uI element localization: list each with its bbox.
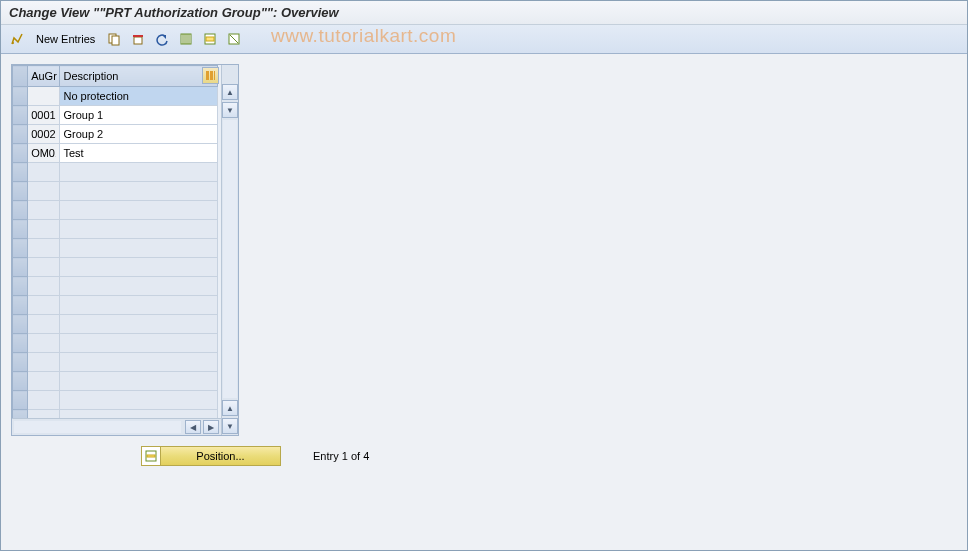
bottom-bar: Position... Entry 1 of 4: [11, 436, 957, 476]
cell-augr-empty[interactable]: [28, 258, 60, 277]
scroll-up-icon[interactable]: ▲: [222, 84, 238, 100]
cell-augr-empty[interactable]: [28, 372, 60, 391]
cell-augr[interactable]: [28, 125, 60, 144]
cell-description[interactable]: [60, 144, 218, 163]
svg-rect-7: [206, 37, 214, 41]
table-row-empty: [13, 334, 218, 353]
row-selector[interactable]: [13, 353, 28, 372]
select-block-icon[interactable]: [200, 29, 220, 49]
cell-description-empty[interactable]: [60, 201, 218, 220]
cell-augr-empty[interactable]: [28, 410, 60, 419]
cell-augr-empty[interactable]: [28, 163, 60, 182]
cell-augr-empty[interactable]: [28, 296, 60, 315]
cell-augr-empty[interactable]: [28, 353, 60, 372]
cell-augr-empty[interactable]: [28, 391, 60, 410]
cell-description-empty[interactable]: [60, 353, 218, 372]
description-input[interactable]: [60, 106, 217, 124]
cell-augr-empty[interactable]: [28, 334, 60, 353]
augr-input[interactable]: [28, 106, 59, 124]
undo-icon[interactable]: [152, 29, 172, 49]
configure-columns-icon[interactable]: [202, 67, 219, 84]
row-selector[interactable]: [13, 201, 28, 220]
cell-description-empty[interactable]: [60, 239, 218, 258]
cell-description-empty[interactable]: [60, 296, 218, 315]
row-selector[interactable]: [13, 315, 28, 334]
cell-description-empty[interactable]: [60, 182, 218, 201]
cell-augr[interactable]: [28, 144, 60, 163]
row-selector[interactable]: [13, 87, 28, 106]
select-all-icon[interactable]: [176, 29, 196, 49]
cell-description[interactable]: [60, 125, 218, 144]
row-selector[interactable]: [13, 220, 28, 239]
cell-description-empty[interactable]: [60, 315, 218, 334]
cell-augr-empty[interactable]: [28, 277, 60, 296]
cell-description-empty[interactable]: [60, 220, 218, 239]
svg-rect-14: [147, 455, 155, 457]
row-selector[interactable]: [13, 258, 28, 277]
new-entries-button[interactable]: New Entries: [31, 29, 100, 49]
augr-input[interactable]: [28, 125, 59, 143]
table-row-empty: [13, 391, 218, 410]
horizontal-scrollbar[interactable]: ◀ ▶: [12, 418, 221, 435]
cell-augr[interactable]: [28, 87, 60, 106]
vertical-scrollbar[interactable]: ▲ ▼ ▲ ▼: [221, 65, 238, 435]
cell-augr-empty[interactable]: [28, 182, 60, 201]
row-selector[interactable]: [13, 182, 28, 201]
delete-icon[interactable]: [128, 29, 148, 49]
table-row-empty: [13, 353, 218, 372]
scroll-down-icon[interactable]: ▼: [222, 102, 238, 118]
header-row: AuGr Description: [13, 66, 218, 87]
cell-augr-empty[interactable]: [28, 239, 60, 258]
description-input[interactable]: [60, 87, 217, 105]
svg-point-0: [12, 42, 14, 44]
cell-augr-empty[interactable]: [28, 220, 60, 239]
cell-description-empty[interactable]: [60, 372, 218, 391]
cell-augr-empty[interactable]: [28, 201, 60, 220]
position-button[interactable]: Position...: [141, 446, 281, 466]
content-area: AuGr Description ◀ ▶: [1, 54, 967, 550]
app-window: Change View ""PRT Authorization Group"":…: [0, 0, 968, 551]
scroll-up2-icon[interactable]: ▲: [222, 400, 238, 416]
row-selector[interactable]: [13, 391, 28, 410]
cell-augr-empty[interactable]: [28, 315, 60, 334]
scroll-down2-icon[interactable]: ▼: [222, 418, 238, 434]
table-row-empty: [13, 315, 218, 334]
row-selector[interactable]: [13, 410, 28, 419]
cell-description[interactable]: [60, 106, 218, 125]
select-all-header[interactable]: [13, 66, 28, 87]
description-input[interactable]: [60, 144, 217, 162]
copy-as-icon[interactable]: [104, 29, 124, 49]
row-selector[interactable]: [13, 239, 28, 258]
cell-description-empty[interactable]: [60, 277, 218, 296]
row-selector[interactable]: [13, 296, 28, 315]
cell-description-empty[interactable]: [60, 163, 218, 182]
cell-description-empty[interactable]: [60, 258, 218, 277]
row-selector[interactable]: [13, 163, 28, 182]
column-header-augr[interactable]: AuGr: [28, 66, 60, 87]
cell-description-empty[interactable]: [60, 334, 218, 353]
row-selector[interactable]: [13, 372, 28, 391]
column-header-description[interactable]: Description: [60, 66, 218, 87]
augr-input[interactable]: [28, 144, 59, 162]
description-input[interactable]: [60, 125, 217, 143]
cell-description-empty[interactable]: [60, 410, 218, 419]
row-selector[interactable]: [13, 125, 28, 144]
table-row: [13, 106, 218, 125]
cell-augr[interactable]: [28, 106, 60, 125]
row-selector[interactable]: [13, 334, 28, 353]
augr-input[interactable]: [28, 87, 59, 105]
table-row-empty: [13, 163, 218, 182]
table-row-empty: [13, 296, 218, 315]
data-grid: AuGr Description: [12, 65, 218, 418]
cell-description[interactable]: [60, 87, 218, 106]
deselect-all-icon[interactable]: [224, 29, 244, 49]
table-row: [13, 144, 218, 163]
row-selector[interactable]: [13, 106, 28, 125]
row-selector[interactable]: [13, 144, 28, 163]
scroll-right-icon[interactable]: ▶: [203, 420, 219, 434]
toggle-display-change-icon[interactable]: [7, 29, 27, 49]
svg-rect-12: [214, 71, 215, 80]
row-selector[interactable]: [13, 277, 28, 296]
cell-description-empty[interactable]: [60, 391, 218, 410]
scroll-left-icon[interactable]: ◀: [185, 420, 201, 434]
